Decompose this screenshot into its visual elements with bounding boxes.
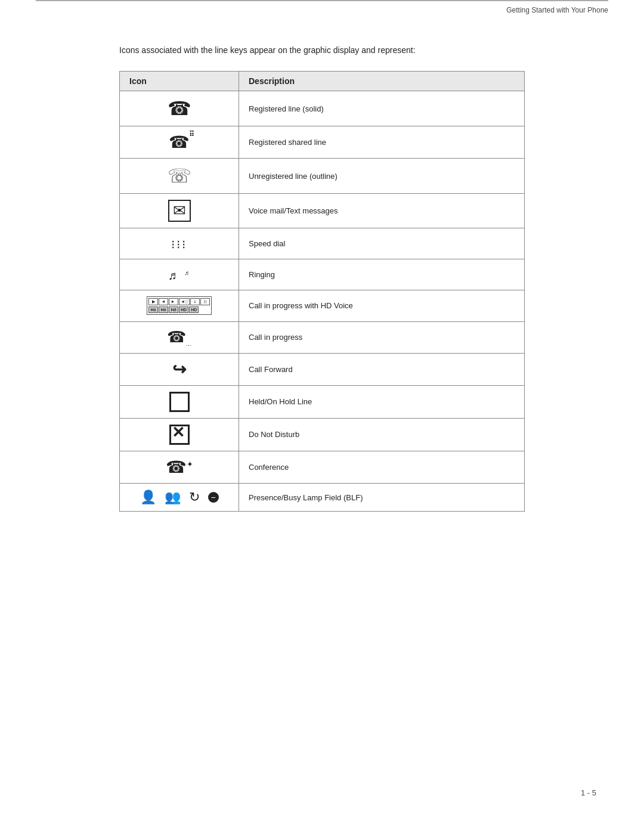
blf-refresh-icon: ↻ <box>189 490 200 505</box>
table-row: ♬ ♬ Ringing <box>120 259 525 290</box>
header-rule <box>36 0 608 6</box>
table-row: ↪︎ Call Forward <box>120 353 525 385</box>
icon-cell: ⁝⁝⁝ <box>120 228 239 259</box>
main-content: Icons associated with the line keys appe… <box>119 44 572 512</box>
dnd-icon: ✕ <box>169 425 190 445</box>
icon-cell: ☎︎✦ <box>120 451 239 484</box>
desc-cell: Registered shared line <box>239 126 525 159</box>
blf-minus-icon: − <box>208 492 219 503</box>
desc-cell: Voice mail/Text messages <box>239 194 525 228</box>
desc-cell: Unregistered line (outline) <box>239 159 525 194</box>
unregistered-outline-icon: ☏ <box>168 165 191 187</box>
table-header-row: Icon Description <box>120 72 525 91</box>
icon-table: Icon Description ☎ Registered line (soli… <box>119 71 525 512</box>
registered-solid-icon: ☎ <box>168 98 191 119</box>
page-number: 1 - 5 <box>581 788 596 797</box>
speed-dial-icon: ⁝⁝⁝ <box>171 238 187 251</box>
conference-icon: ☎︎✦ <box>166 458 193 476</box>
desc-cell: Presence/Busy Lamp Field (BLF) <box>239 484 525 512</box>
icon-cell: 👤 👥 ↻ − <box>120 484 239 512</box>
table-row: ☎ ⠿ Registered shared line <box>120 126 525 159</box>
icon-cell: ↪︎ <box>120 353 239 385</box>
hold-icon <box>169 392 190 412</box>
table-row: ✉ Voice mail/Text messages <box>120 194 525 228</box>
voicemail-icon: ✉ <box>168 200 191 222</box>
desc-cell: Call Forward <box>239 353 525 385</box>
header-title: Getting Started with Your Phone <box>0 6 644 26</box>
desc-cell: Registered line (solid) <box>239 91 525 126</box>
icon-cell: ✕ <box>120 418 239 451</box>
table-row: Held/On Hold Line <box>120 385 525 418</box>
blf-person-outline-icon: 👥 <box>165 490 181 505</box>
icon-cell <box>120 385 239 418</box>
icon-cell: ☏ <box>120 159 239 194</box>
col-icon-header: Icon <box>120 72 239 91</box>
col-desc-header: Description <box>239 72 525 91</box>
table-row: ☏ Unregistered line (outline) <box>120 159 525 194</box>
icon-cell: ♬ ♬ <box>120 259 239 290</box>
desc-cell: Conference <box>239 451 525 484</box>
table-row: 👤 👥 ↻ − Presence/Busy Lamp Field (BLF) <box>120 484 525 512</box>
registered-shared-icon: ☎ ⠿ <box>169 132 190 152</box>
blf-person-solid-icon: 👤 <box>140 490 156 505</box>
blf-icon: 👤 👥 ↻ − <box>129 490 229 505</box>
desc-cell: Call in progress <box>239 321 525 353</box>
desc-cell: Speed dial <box>239 228 525 259</box>
table-row: ⁝⁝⁝ Speed dial <box>120 228 525 259</box>
icon-cell: ☎ ⠿ <box>120 126 239 159</box>
table-row: ✕ Do Not Disturb <box>120 418 525 451</box>
table-row: ☎︎… Call in progress <box>120 321 525 353</box>
intro-paragraph: Icons associated with the line keys appe… <box>119 44 572 57</box>
icon-cell: ☎︎… <box>120 321 239 353</box>
icon-cell: ✉ <box>120 194 239 228</box>
icon-cell: ▶︎ ◄︎ ►︎ ◄░ ⤓ ⌸ Hü Hö Hð HD HD <box>120 290 239 321</box>
table-row: ☎ Registered line (solid) <box>120 91 525 126</box>
call-forward-icon: ↪︎ <box>172 360 186 379</box>
hd-voice-icon: ▶︎ ◄︎ ►︎ ◄░ ⤓ ⌸ Hü Hö Hð HD HD <box>147 296 212 315</box>
icon-cell: ☎ <box>120 91 239 126</box>
table-row: ▶︎ ◄︎ ►︎ ◄░ ⤓ ⌸ Hü Hö Hð HD HD <box>120 290 525 321</box>
table-row: ☎︎✦ Conference <box>120 451 525 484</box>
desc-cell: Call in progress with HD Voice <box>239 290 525 321</box>
call-progress-icon: ☎︎… <box>167 328 192 346</box>
desc-cell: Ringing <box>239 259 525 290</box>
desc-cell: Held/On Hold Line <box>239 385 525 418</box>
desc-cell: Do Not Disturb <box>239 418 525 451</box>
ringing-icon: ♬ ♬ <box>168 269 190 282</box>
